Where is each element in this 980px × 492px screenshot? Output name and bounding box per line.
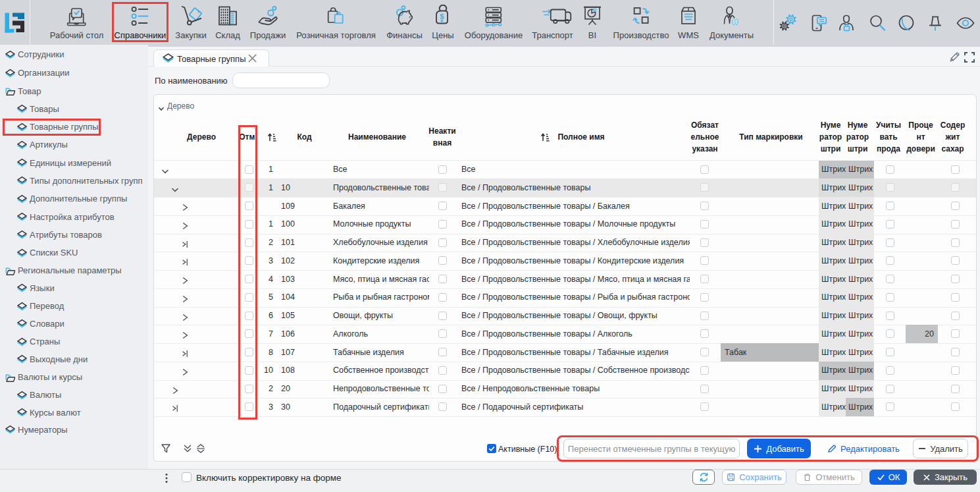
svg-text:$: $ bbox=[440, 13, 444, 20]
